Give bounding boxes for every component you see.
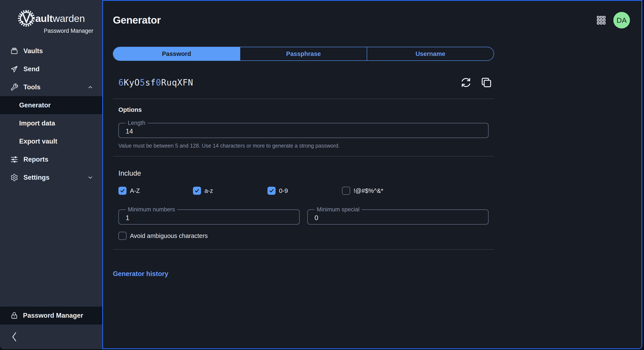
sidebar-item-label: Vaults bbox=[24, 47, 43, 55]
sidebar-nav: Vaults Send Tools Generator bbox=[0, 42, 102, 186]
minimum-special-input[interactable] bbox=[313, 213, 480, 222]
checkbox-box[interactable] bbox=[118, 187, 126, 195]
sidebar-item-label: Export vault bbox=[19, 138, 57, 145]
minimum-special-field: Minimum special bbox=[307, 206, 488, 224]
main-panel: Generator DA bbox=[102, 0, 642, 349]
options-section: Options Length Value must be between 5 a… bbox=[113, 99, 494, 149]
generator-tabbar: Password Passphrase Username bbox=[113, 47, 494, 61]
sidebar-item-label: Import data bbox=[19, 120, 55, 127]
top-actions: DA bbox=[597, 12, 630, 28]
minimum-special-label: Minimum special bbox=[314, 206, 362, 213]
send-icon bbox=[10, 65, 18, 73]
apps-grid-icon bbox=[597, 16, 606, 25]
minimum-fields-row: Minimum numbers Minimum special bbox=[118, 200, 488, 224]
top-bar: Generator DA bbox=[113, 12, 642, 28]
checkbox-lowercase[interactable]: a-z bbox=[193, 187, 268, 195]
sidebar-collapse-row bbox=[0, 325, 102, 349]
password-actions bbox=[460, 77, 492, 88]
logo-tagline: Password Manager bbox=[8, 28, 94, 34]
sidebar-item-vaults[interactable]: Vaults bbox=[0, 42, 102, 60]
chevron-up-icon[interactable] bbox=[87, 84, 94, 91]
chevron-left-icon[interactable] bbox=[11, 332, 18, 342]
sidebar-item-export-vault[interactable]: Export vault bbox=[0, 132, 102, 150]
checkbox-box[interactable] bbox=[193, 187, 201, 195]
app-window: aultwarden Password Manager Vaults Send bbox=[0, 0, 642, 349]
regenerate-button[interactable] bbox=[460, 77, 472, 88]
checkbox-box[interactable] bbox=[268, 187, 276, 195]
sidebar-item-send[interactable]: Send bbox=[0, 60, 102, 78]
include-section: Include A-Z a-z bbox=[113, 157, 494, 240]
minimum-numbers-input[interactable] bbox=[124, 213, 290, 222]
sidebar-item-reports[interactable]: Reports bbox=[0, 150, 102, 169]
sidebar-item-tools[interactable]: Tools bbox=[0, 78, 102, 96]
tab-username[interactable]: Username bbox=[367, 47, 494, 60]
tab-passphrase[interactable]: Passphrase bbox=[240, 47, 367, 60]
tab-password[interactable]: Password bbox=[113, 47, 240, 60]
sidebar-item-label: Reports bbox=[24, 156, 48, 163]
product-label: Password Manager bbox=[23, 312, 83, 319]
checkbox-uppercase[interactable]: A-Z bbox=[118, 187, 193, 195]
refresh-icon bbox=[460, 77, 472, 88]
sidebar-footer: Password Manager bbox=[0, 307, 102, 349]
copy-icon bbox=[480, 77, 492, 88]
minimum-numbers-field: Minimum numbers bbox=[118, 206, 300, 224]
product-switcher-password-manager[interactable]: Password Manager bbox=[0, 307, 102, 325]
check-icon bbox=[194, 188, 200, 193]
sidebar: aultwarden Password Manager Vaults Send bbox=[0, 0, 102, 349]
vaultwarden-logo: aultwarden Password Manager bbox=[8, 9, 94, 34]
checkbox-box[interactable] bbox=[118, 232, 126, 240]
apps-grid-button[interactable] bbox=[597, 16, 606, 25]
sidebar-item-label: Send bbox=[24, 65, 40, 73]
length-label: Length bbox=[126, 120, 148, 126]
vault-icon bbox=[10, 47, 18, 55]
copy-password-button[interactable] bbox=[480, 77, 492, 88]
sidebar-item-label: Tools bbox=[24, 83, 40, 91]
sidebar-item-settings[interactable]: Settings bbox=[0, 169, 102, 186]
logo-wordmark: aultwarden bbox=[35, 13, 85, 23]
avatar[interactable]: DA bbox=[613, 12, 630, 28]
gear-icon bbox=[10, 174, 18, 181]
minimum-numbers-label: Minimum numbers bbox=[126, 206, 177, 213]
checkbox-box[interactable] bbox=[342, 187, 350, 195]
length-input[interactable] bbox=[124, 126, 470, 135]
charset-checkbox-grid: A-Z a-z 0-9 bbox=[118, 187, 488, 195]
sidebar-item-label: Generator bbox=[19, 101, 51, 109]
lock-icon bbox=[10, 312, 18, 320]
chevron-down-icon[interactable] bbox=[87, 174, 94, 181]
check-icon bbox=[120, 188, 125, 193]
generator-history-link[interactable]: Generator history bbox=[113, 270, 168, 278]
include-title: Include bbox=[118, 169, 488, 177]
check-icon bbox=[269, 188, 274, 193]
divider bbox=[113, 249, 494, 250]
vaultwarden-gear-icon bbox=[18, 9, 35, 27]
length-field: Length bbox=[118, 120, 488, 138]
checkbox-special[interactable]: !@#$%^&* bbox=[342, 187, 416, 195]
checkbox-avoid-ambiguous[interactable]: Avoid ambiguous characters bbox=[118, 232, 488, 240]
options-title: Options bbox=[118, 106, 488, 113]
sidebar-item-label: Settings bbox=[24, 174, 50, 181]
sidebar-item-import-data[interactable]: Import data bbox=[0, 114, 102, 132]
sliders-icon bbox=[10, 156, 18, 164]
checkbox-numbers[interactable]: 0-9 bbox=[268, 187, 342, 195]
generated-password-row: 6KyO5sf0RuqXFN bbox=[113, 74, 494, 91]
generated-password: 6KyO5sf0RuqXFN bbox=[118, 78, 193, 87]
sidebar-item-generator[interactable]: Generator bbox=[0, 96, 102, 114]
generator-content: Password Passphrase Username 6KyO5sf0Ruq… bbox=[113, 47, 494, 278]
page-title: Generator bbox=[113, 14, 161, 26]
length-helper-text: Value must be between 5 and 128. Use 14 … bbox=[118, 143, 488, 149]
wrench-icon bbox=[10, 83, 18, 91]
